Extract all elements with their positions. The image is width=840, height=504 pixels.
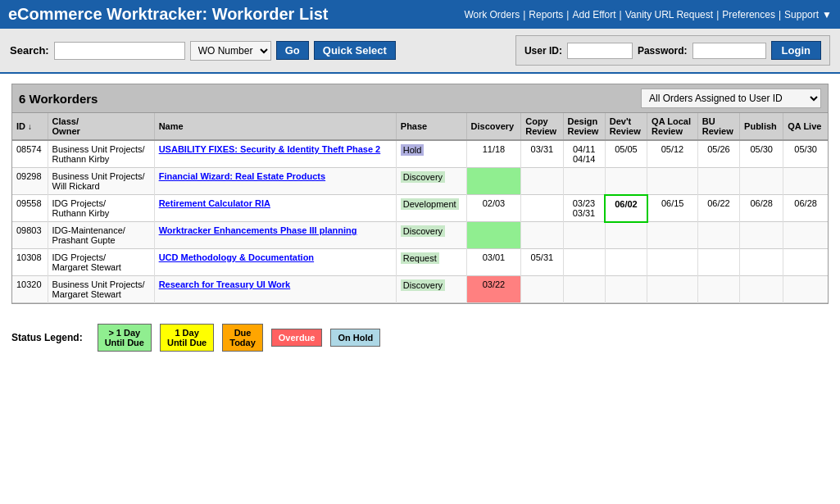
cell-qa-local — [647, 168, 698, 195]
cell-class-owner: Business Unit Projects/ Margaret Stewart — [48, 276, 154, 303]
cell-phase: Discovery — [396, 168, 466, 195]
cell-class-owner: Business Unit Projects/ Ruthann Kirby — [48, 140, 154, 168]
legend-label: Status Legend: — [11, 332, 83, 343]
cell-bu-review — [697, 168, 739, 195]
cell-discovery: 03/01 — [466, 249, 521, 276]
wo-link[interactable]: UCD Methodology & Documentation — [159, 252, 314, 262]
cell-bu-review — [697, 222, 739, 249]
cell-qa-local: 05/12 — [647, 140, 698, 168]
cell-name[interactable]: Research for Treasury UI Work — [154, 276, 396, 303]
nav-work-orders[interactable]: Work Orders — [464, 9, 520, 20]
col-id: ID ↓ — [12, 113, 48, 140]
nav-add-effort[interactable]: Add Effort — [572, 9, 615, 20]
search-bar: Search: WO Number Go Quick Select User I… — [0, 29, 840, 74]
search-input[interactable] — [54, 42, 185, 60]
sort-arrow-icon: ↓ — [28, 122, 32, 131]
password-label: Password: — [638, 45, 688, 57]
col-design-review: DesignReview — [563, 113, 605, 140]
table-row: 09298Business Unit Projects/ Will Rickar… — [12, 168, 828, 195]
cell-qa-live — [783, 168, 828, 195]
nav-reports[interactable]: Reports — [529, 9, 563, 20]
legend-red: Overdue — [271, 329, 323, 347]
cell-qa-live — [783, 249, 828, 276]
wo-count: 6 Workorders — [19, 92, 98, 106]
cell-copy-review: 03/31 — [521, 140, 563, 168]
cell-publish — [740, 168, 783, 195]
wo-link[interactable]: USABILITY FIXES: Security & Identity The… — [159, 144, 381, 154]
cell-id: 09298 — [12, 168, 48, 195]
cell-phase: Request — [396, 249, 466, 276]
login-button[interactable]: Login — [771, 41, 821, 60]
cell-discovery — [466, 168, 521, 195]
cell-design-review — [563, 168, 605, 195]
nav-sep-3: | — [620, 9, 622, 20]
cell-design-review: 04/1104/14 — [563, 140, 605, 168]
cell-devt-review: 05/05 — [605, 140, 647, 168]
quick-select-button[interactable]: Quick Select — [314, 41, 396, 60]
cell-bu-review: 05/26 — [697, 140, 739, 168]
cell-copy-review — [521, 222, 563, 249]
table-row: 09803IDG-Maintenance/ Prashant GupteWork… — [12, 222, 828, 249]
wo-link[interactable]: Financial Wizard: Real Estate Products — [159, 171, 325, 181]
cell-name[interactable]: Retirement Calculator RIA — [154, 195, 396, 222]
cell-phase: Hold — [396, 140, 466, 168]
cell-phase: Discovery — [396, 222, 466, 249]
cell-name[interactable]: Financial Wizard: Real Estate Products — [154, 168, 396, 195]
col-qa-local: QA LocalReview — [647, 113, 698, 140]
wo-link[interactable]: Worktracker Enhancements Phase III plann… — [159, 225, 357, 235]
cell-id: 09558 — [12, 195, 48, 222]
nav-vanity-url[interactable]: Vanity URL Request — [625, 9, 713, 20]
col-name: Name — [154, 113, 396, 140]
cell-devt-review — [605, 276, 647, 303]
search-label: Search: — [10, 44, 49, 57]
cell-design-review — [563, 222, 605, 249]
nav-bar: Work Orders | Reports | Add Effort | Van… — [464, 9, 832, 20]
filter-select[interactable]: All Orders Assigned to User ID — [641, 89, 821, 108]
cell-bu-review — [697, 249, 739, 276]
cell-class-owner: IDG Projects/ Ruthann Kirby — [48, 195, 154, 222]
cell-design-review — [563, 249, 605, 276]
wo-type-select[interactable]: WO Number — [190, 41, 271, 61]
cell-bu-review — [697, 276, 739, 303]
go-button[interactable]: Go — [276, 41, 309, 60]
nav-preferences[interactable]: Preferences — [722, 9, 775, 20]
cell-name[interactable]: USABILITY FIXES: Security & Identity The… — [154, 140, 396, 168]
col-copy-review: CopyReview — [521, 113, 563, 140]
legend: Status Legend: > 1 DayUntil Due 1 DayUnt… — [0, 314, 840, 361]
legend-orange: DueToday — [222, 324, 263, 352]
cell-publish — [740, 222, 783, 249]
cell-qa-local — [647, 276, 698, 303]
cell-devt-review: 06/02 — [605, 195, 647, 222]
cell-discovery: 03/22 — [466, 276, 521, 303]
user-id-input[interactable] — [567, 43, 633, 59]
nav-support[interactable]: Support — [784, 9, 819, 20]
cell-copy-review: 05/31 — [521, 249, 563, 276]
cell-design-review — [563, 276, 605, 303]
cell-id: 09803 — [12, 222, 48, 249]
cell-discovery: 02/03 — [466, 195, 521, 222]
cell-publish — [740, 249, 783, 276]
cell-name[interactable]: Worktracker Enhancements Phase III plann… — [154, 222, 396, 249]
cell-qa-local: 06/15 — [647, 195, 698, 222]
cell-phase: Discovery — [396, 276, 466, 303]
cell-qa-local — [647, 222, 698, 249]
user-id-label: User ID: — [524, 45, 562, 57]
support-icon: ▼ — [822, 9, 832, 20]
nav-sep-1: | — [523, 9, 525, 20]
wo-link[interactable]: Research for Treasury UI Work — [159, 279, 291, 289]
col-publish: Publish — [740, 113, 783, 140]
wo-header-bar: 6 Workorders All Orders Assigned to User… — [12, 84, 828, 113]
cell-discovery: 11/18 — [466, 140, 521, 168]
password-input[interactable] — [692, 43, 766, 59]
cell-devt-review — [605, 222, 647, 249]
table-row: 10320Business Unit Projects/ Margaret St… — [12, 276, 828, 303]
cell-class-owner: IDG Projects/ Margaret Stewart — [48, 249, 154, 276]
cell-name[interactable]: UCD Methodology & Documentation — [154, 249, 396, 276]
cell-id: 08574 — [12, 140, 48, 168]
cell-qa-live: 05/30 — [783, 140, 828, 168]
col-bu-review: BUReview — [697, 113, 739, 140]
wo-link[interactable]: Retirement Calculator RIA — [159, 198, 270, 208]
cell-class-owner: IDG-Maintenance/ Prashant Gupte — [48, 222, 154, 249]
legend-green: > 1 DayUntil Due — [98, 324, 152, 352]
cell-copy-review — [521, 276, 563, 303]
